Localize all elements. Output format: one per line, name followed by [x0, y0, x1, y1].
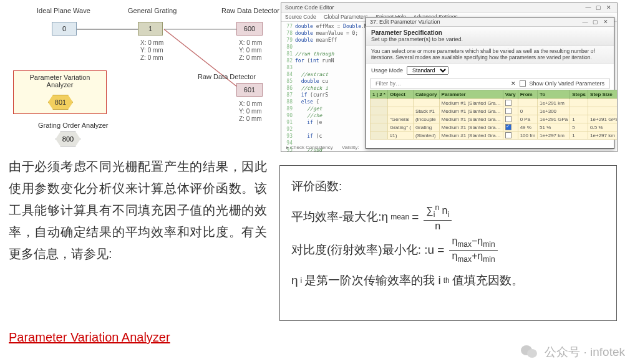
usage-label: Usage Mode	[371, 67, 403, 74]
table-row[interactable]: #1)(Slanted)Medium #1 (Slanted Gra…100 f…	[371, 132, 618, 140]
coords-node-601: X: 0 mmY: 0 mmZ: 0 mm	[239, 100, 262, 123]
window-titlebar: Source Code Editor — ▢ ✕	[281, 3, 617, 12]
dialog-minimize[interactable]: —	[581, 19, 589, 25]
pva-label-2: Analyzer	[14, 81, 106, 89]
label-raw-detector-1: Raw Data Detector	[221, 7, 279, 14]
vary-checkbox[interactable]	[505, 124, 511, 130]
col-from: From	[518, 90, 537, 99]
node-0: 0	[52, 22, 77, 36]
wechat-icon	[521, 344, 540, 360]
watermark-text: 公众号 · infotek	[545, 344, 625, 360]
table-row[interactable]: "General(IncoupleMedium #1 (Slanted Gra……	[371, 115, 618, 123]
param-desc: You can select one or more parameters wh…	[366, 46, 614, 64]
col-stepsize: Step Size	[588, 90, 618, 99]
parameter-variation-analyzer-link[interactable]: Parameter Variation Analyzer	[9, 330, 170, 345]
dialog-title: 37: Edit Parameter Variation	[370, 19, 440, 25]
filter-clear-icon[interactable]: ✕	[511, 80, 516, 87]
vary-checkbox[interactable]	[505, 108, 511, 114]
filter-input[interactable]	[376, 80, 507, 87]
vary-checkbox[interactable]	[505, 116, 511, 122]
coords-node-600: X: 0 mmY: 0 mmZ: 0 mm	[239, 39, 262, 62]
menu-source-code[interactable]: Source Code	[285, 14, 316, 20]
show-only-varied-checkbox[interactable]	[520, 80, 526, 87]
status-validity: Validity:	[342, 145, 359, 150]
param-spec-header: Parameter Specification Set up the param…	[366, 27, 614, 46]
table-row[interactable]: Medium #1 (Slanted Gra…1e+291 km	[371, 99, 618, 107]
col-object: Object	[387, 90, 413, 99]
dialog-titlebar: 37: Edit Parameter Variation — ▢ ✕	[366, 17, 614, 27]
col-vary: Vary	[503, 90, 518, 99]
label-ideal-plane-wave: Ideal Plane Wave	[37, 7, 90, 14]
window-title: Source Code Editor	[285, 4, 334, 11]
merit-function-box: 评价函数: 平均效率-最大化:ηmean = ∑in ni n 对比度(衍射效率…	[279, 165, 617, 321]
node-601: 601	[236, 83, 263, 97]
table-row[interactable]: Grating" (GratingMedium #1 (Slanted Gra……	[371, 123, 618, 132]
source-code-editor-window: Source Code Editor — ▢ ✕ Source Code Glo…	[281, 2, 618, 152]
node-801: 801	[48, 95, 73, 110]
parameter-table: 1 | 2 * Object Category Parameter Vary F…	[370, 90, 618, 140]
coords-node-1: X: 0 mmY: 0 mmZ: 0 mm	[140, 39, 163, 62]
close-button[interactable]: ✕	[604, 4, 613, 11]
label-general-grating: General Grating	[128, 7, 177, 14]
body-paragraph: 由于必须考虑不同光栅配置产生的结果，因此使用参数变化分析仪来计算总体评价函数。该…	[9, 156, 267, 265]
watermark: 公众号 · infotek	[521, 344, 625, 360]
optical-system-diagram: Ideal Plane Wave 0 General Grating 1 X: …	[5, 2, 274, 147]
menu-global-params[interactable]: Global Parameters	[324, 14, 368, 20]
label-raw-detector-2: Raw Data Detector	[198, 73, 256, 80]
edit-parameter-variation-dialog: 37: Edit Parameter Variation — ▢ ✕ Param…	[366, 17, 614, 149]
node-600: 600	[236, 22, 263, 36]
window-buttons: — ▢ ✕	[584, 4, 613, 11]
dialog-close[interactable]: ✕	[601, 19, 610, 25]
col-parameter: Parameter	[439, 90, 503, 99]
filter-row: ✕ Show Only Varied Parameters	[370, 79, 610, 89]
usage-mode-row: Usage Mode Standard	[366, 64, 614, 77]
col-category: Category	[413, 90, 439, 99]
table-row[interactable]: Stack #1Medium #1 (Slanted Gra…01e+3000	[371, 107, 618, 115]
vary-checkbox[interactable]	[505, 100, 511, 106]
usage-mode-select[interactable]: Standard	[407, 66, 448, 75]
maximize-button[interactable]: ▢	[594, 4, 603, 11]
parameter-variation-analyzer-node: Parameter Variation Analyzer 801	[13, 70, 107, 114]
minimize-button[interactable]: —	[584, 4, 593, 11]
formula-contrast: 对比度(衍射效率)最小化: :u = ηmax−ηmin ηmax+ηmin	[291, 236, 605, 265]
node-1: 1	[138, 22, 163, 36]
param-spec-title: Parameter Specification	[371, 29, 442, 36]
col-steps: Steps	[570, 90, 588, 99]
vary-checkbox[interactable]	[505, 132, 511, 138]
pva-label-1: Parameter Variation	[14, 74, 106, 81]
label-goa: Grating Order Analyzer	[38, 122, 109, 129]
show-only-label: Show Only Varied Parameters	[530, 80, 604, 87]
col-idx: 1 | 2 *	[371, 90, 388, 99]
formula-head: 评价函数:	[291, 175, 605, 198]
dialog-maximize[interactable]: ▢	[591, 19, 599, 25]
node-800: 800	[56, 132, 80, 146]
formula-mean: 平均效率-最大化:ηmean = ∑in ni n	[291, 202, 605, 232]
formula-footer: ηi 是第一阶次传输效率的我 ith 值填充因数。	[291, 269, 605, 292]
col-to: To	[538, 90, 570, 99]
status-check[interactable]: Check Consistency	[290, 145, 332, 150]
param-spec-sub: Set up the parameter(s) to be varied.	[371, 36, 463, 42]
editor-status-bar: ▸ Check Consistency Validity:	[286, 145, 366, 150]
